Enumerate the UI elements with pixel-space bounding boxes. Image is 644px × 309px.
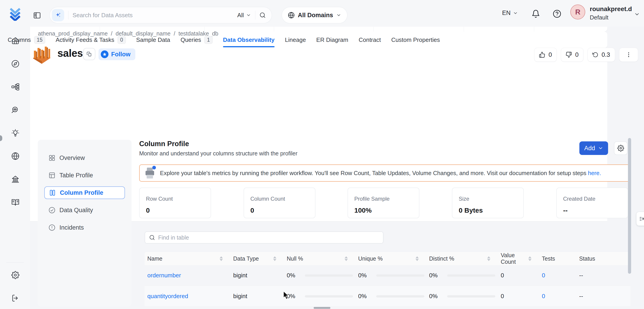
null-pct-bar [305, 295, 353, 297]
ai-sparkle-icon[interactable] [52, 9, 64, 21]
language-dropdown[interactable]: EN [502, 10, 518, 17]
version-history-icon [592, 52, 598, 58]
distinct-pct-bar [447, 295, 495, 297]
search-icon[interactable] [260, 12, 266, 18]
column-name-link[interactable]: quantityordered [147, 293, 188, 299]
add-button[interactable]: Add [579, 141, 608, 155]
globe-icon [288, 12, 295, 19]
rail-glossary-icon[interactable] [11, 198, 20, 206]
search-scope-dropdown[interactable]: All [237, 12, 251, 19]
thumbs-down-icon [566, 52, 572, 58]
sort-icon[interactable] [528, 256, 532, 261]
domains-filter-button[interactable]: All Domains [282, 7, 348, 24]
language-label: EN [502, 10, 511, 17]
find-in-table[interactable] [144, 231, 384, 244]
null-pct-cell: 0% [284, 293, 356, 300]
rail-resize-handle[interactable] [0, 135, 2, 141]
chevron-down-icon [246, 13, 251, 18]
stat-size: Size 0 Bytes [452, 187, 524, 218]
col-header-name[interactable]: Name [144, 255, 230, 262]
tests-link[interactable]: 0 [542, 293, 545, 299]
kebab-menu-icon [626, 52, 632, 58]
tests-link[interactable]: 0 [542, 272, 545, 279]
more-actions-button[interactable] [619, 48, 638, 62]
profiler-settings-button[interactable] [614, 141, 628, 155]
col-header-distinct-pct[interactable]: Distinct % [426, 255, 498, 262]
unique-pct-cell: 0% [356, 272, 426, 279]
app-window: All All Domains EN R rounakpreet.d Defau… [0, 0, 644, 309]
sort-icon[interactable] [487, 256, 490, 261]
stat-profile-sample: Profile Sample 100% [348, 187, 420, 218]
upvote-count: 0 [548, 51, 552, 58]
follow-button[interactable]: Follow [98, 48, 135, 60]
tab-custom-properties[interactable]: Custom Properties [391, 32, 440, 48]
divider [255, 11, 255, 20]
nav-table-profile[interactable]: Table Profile [44, 169, 125, 182]
rail-lineage-icon[interactable] [11, 83, 20, 91]
data-type-cell: bigint [230, 293, 284, 300]
tab-contract[interactable]: Contract [358, 32, 381, 48]
distinct-pct-bar [447, 274, 495, 277]
col-header-unique-pct[interactable]: Unique % [356, 255, 426, 262]
nav-data-quality[interactable]: Data Quality [44, 204, 125, 216]
stat-column-count: Column Count 0 [244, 187, 316, 218]
tab-queries[interactable]: Queries1 [180, 32, 213, 48]
rail-logout-icon[interactable] [11, 294, 20, 302]
tab-data-observability[interactable]: Data Observability [223, 32, 274, 48]
nav-overview[interactable]: Overview [44, 152, 125, 164]
tab-count-badge: 0 [118, 36, 126, 44]
nav-column-profile[interactable]: Column Profile [44, 186, 125, 199]
sort-icon[interactable] [344, 256, 348, 261]
top-bar: All All Domains EN R rounakpreet.d Defau… [0, 0, 644, 27]
domains-filter-label: All Domains [298, 12, 333, 19]
section-subtitle: Monitor and understand your columns stru… [139, 150, 297, 157]
help-icon[interactable] [553, 10, 561, 18]
distinct-pct-cell: 0% [426, 293, 498, 300]
sort-icon[interactable] [416, 256, 419, 261]
downvote-button[interactable]: 0 [561, 48, 584, 62]
app-logo-icon[interactable] [8, 6, 22, 21]
sidebar-toggle-icon[interactable] [33, 11, 41, 20]
rail-domains-icon[interactable] [11, 152, 20, 160]
sort-icon[interactable] [273, 256, 276, 261]
copy-name-button[interactable] [83, 48, 95, 60]
column-name-link[interactable]: ordernumber [147, 272, 181, 279]
column-profile-table: Name Data Type Null % Unique % Distinct … [144, 252, 630, 307]
col-header-null-pct[interactable]: Null % [284, 255, 356, 262]
tab-count-badge: 1 [204, 36, 213, 44]
unique-pct-bar [376, 274, 424, 277]
tab-columns[interactable]: Columns15 [8, 32, 45, 48]
chevron-down-icon [598, 145, 603, 151]
chevron-down-icon [336, 13, 341, 18]
version-button[interactable]: 0.3 [588, 48, 615, 62]
col-header-value-count[interactable]: Value Count [498, 252, 539, 265]
tab-lineage[interactable]: Lineage [285, 32, 306, 48]
user-avatar[interactable]: R [570, 5, 585, 20]
horizontal-scrollbar[interactable] [314, 307, 330, 309]
vertical-scrollbar[interactable] [628, 138, 631, 274]
tab-sample-data[interactable]: Sample Data [136, 32, 170, 48]
sort-icon[interactable] [220, 256, 223, 261]
rail-insights-icon[interactable] [11, 129, 20, 137]
upvote-button[interactable]: 0 [534, 48, 557, 62]
stat-row-count: Row Count 0 [139, 187, 211, 218]
find-in-table-input[interactable] [158, 234, 379, 241]
table-header-row: Name Data Type Null % Unique % Distinct … [144, 252, 630, 265]
profile-chevron-down-icon[interactable] [634, 11, 640, 17]
left-nav-rail [0, 27, 30, 309]
col-header-tests: Tests [539, 255, 576, 262]
rail-observability-icon[interactable] [11, 106, 20, 114]
nav-incidents[interactable]: Incidents [44, 221, 125, 234]
col-header-data-type[interactable]: Data Type [230, 255, 284, 262]
rail-explore-icon[interactable] [11, 60, 20, 68]
global-search[interactable]: All [49, 7, 272, 24]
right-panel-toggle-button[interactable] [636, 212, 644, 226]
rail-govern-icon[interactable] [11, 175, 20, 183]
tab-er-diagram[interactable]: ER Diagram [316, 32, 348, 48]
rail-settings-icon[interactable] [11, 271, 20, 279]
tab-activity-feeds[interactable]: Activity Feeds & Tasks0 [56, 32, 126, 48]
notifications-bell-icon[interactable] [532, 10, 540, 18]
search-input[interactable] [72, 12, 237, 19]
star-icon [101, 51, 108, 58]
banner-docs-link[interactable]: here. [588, 170, 601, 176]
